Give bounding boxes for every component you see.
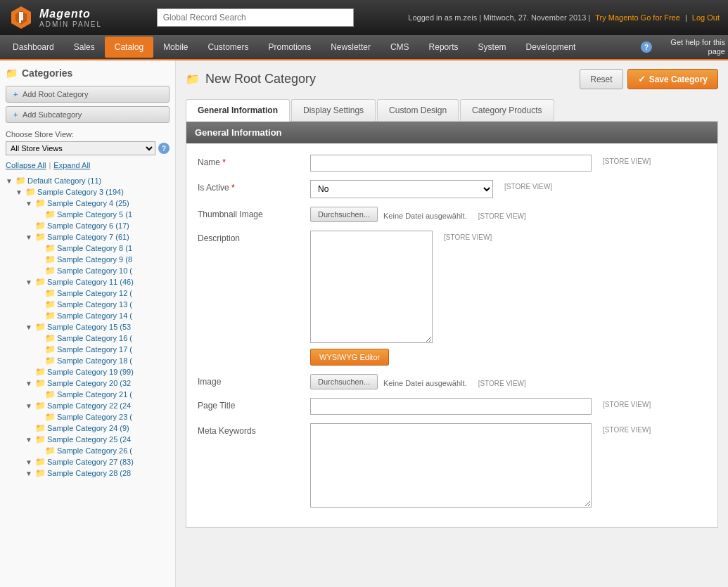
tree-item-label: Sample Category 20 (32 bbox=[47, 379, 131, 387]
image-browse-button[interactable]: Durchsuchen... bbox=[310, 374, 378, 389]
tree-item-cat28[interactable]: ▼ 📁 Sample Category 28 (28 bbox=[25, 467, 170, 479]
tree-item-cat8[interactable]: - 📁 Sample Category 8 (1 bbox=[35, 243, 170, 254]
tree-item-cat21[interactable]: - 📁 Sample Category 21 ( bbox=[35, 389, 170, 400]
logo-brand: Magento bbox=[39, 7, 102, 20]
search-bar[interactable] bbox=[157, 8, 354, 27]
tree-toggle: ▼ bbox=[25, 200, 34, 207]
logo-subtitle: Admin Panel bbox=[39, 20, 102, 28]
tree-item-label: Sample Category 25 (24 bbox=[47, 435, 131, 444]
tree-item-cat5[interactable]: - 📁 Sample Category 5 (1 bbox=[35, 209, 170, 220]
folder-icon: 📁 bbox=[35, 322, 46, 332]
nav-item-cms[interactable]: CMS bbox=[381, 37, 419, 58]
reset-button[interactable]: Reset bbox=[580, 69, 622, 89]
tree-item-cat17[interactable]: - 📁 Sample Category 17 ( bbox=[35, 344, 170, 355]
sidebar-title: 📁 Categories bbox=[6, 67, 170, 79]
tab-category-products[interactable]: Category Products bbox=[460, 99, 554, 121]
folder-icon: 📁 bbox=[35, 198, 46, 208]
description-textarea[interactable] bbox=[310, 231, 433, 343]
thumbnail-browse-button[interactable]: Durchsuchen... bbox=[310, 207, 378, 222]
tree-item-cat7[interactable]: ▼ 📁 Sample Category 7 (61) bbox=[25, 231, 170, 243]
header-user-info: Logged in as m.zeis | Mittwoch, 27. Nove… bbox=[408, 13, 720, 22]
category-tabs: General Information Display Settings Cus… bbox=[186, 99, 718, 122]
expand-all-link[interactable]: Expand All bbox=[53, 161, 90, 169]
page-header: 📁 New Root Category Reset ✓ Save Categor… bbox=[186, 69, 718, 89]
is-active-required: * bbox=[231, 183, 235, 193]
add-subcategory-button[interactable]: + Add Subcategory bbox=[6, 106, 170, 123]
help-nav[interactable]: ? Get help for this page bbox=[641, 38, 725, 56]
name-input[interactable] bbox=[310, 155, 592, 172]
form-row-is-active: Is Active * No Yes [STORE VIEW] bbox=[198, 180, 706, 198]
tree-item-cat9[interactable]: - 📁 Sample Category 9 (8 bbox=[35, 254, 170, 265]
nav-item-newsletter[interactable]: Newsletter bbox=[321, 37, 381, 58]
tree-item-cat6[interactable]: - 📁 Sample Category 6 (17) bbox=[25, 220, 170, 231]
tree-item-cat19[interactable]: - 📁 Sample Category 19 (99) bbox=[25, 366, 170, 378]
tree-item-cat11[interactable]: ▼ 📁 Sample Category 11 (46) bbox=[25, 276, 170, 288]
tree-toggle: ▼ bbox=[25, 470, 34, 477]
nav-item-sales[interactable]: Sales bbox=[64, 37, 105, 58]
app-header: Magento Admin Panel Logged in as m.zeis … bbox=[0, 0, 728, 35]
tab-general-information[interactable]: General Information bbox=[186, 99, 290, 122]
tree-item-cat15[interactable]: ▼ 📁 Sample Category 15 (53 bbox=[25, 321, 170, 333]
tree-item-cat20[interactable]: ▼ 📁 Sample Category 20 (32 bbox=[25, 378, 170, 389]
nav-item-customers[interactable]: Customers bbox=[198, 37, 258, 58]
page-title-area: 📁 New Root Category bbox=[186, 72, 316, 86]
tree-item-label: Default Category (11) bbox=[27, 176, 101, 185]
name-required: * bbox=[222, 157, 226, 167]
tree-item-label: Sample Category 21 ( bbox=[57, 390, 132, 399]
nav-item-development[interactable]: Development bbox=[516, 37, 586, 58]
collapse-all-link[interactable]: Collapse All bbox=[6, 161, 46, 169]
wysiwyg-editor-button[interactable]: WYSIWYG Editor bbox=[310, 349, 389, 366]
tree-item-cat24[interactable]: - 📁 Sample Category 24 (9) bbox=[25, 422, 170, 434]
nav-item-catalog[interactable]: Catalog bbox=[105, 37, 153, 58]
tree-item-default-category[interactable]: ▼ 📁 Default Category (11) bbox=[6, 175, 170, 186]
name-label: Name * bbox=[198, 155, 310, 167]
add-root-category-button[interactable]: + Add Root Category bbox=[6, 86, 170, 103]
tree-children: ▼ 📁 Sample Category 3 (194) ▼ 📁 Sample C… bbox=[6, 186, 170, 479]
tree-item-label: Sample Category 10 ( bbox=[57, 266, 132, 275]
tree-toggle: ▼ bbox=[25, 278, 34, 286]
search-input[interactable] bbox=[157, 8, 354, 27]
store-view-help-icon[interactable]: ? bbox=[158, 143, 170, 154]
tree-item-cat22[interactable]: ▼ 📁 Sample Category 22 (24 bbox=[25, 400, 170, 411]
is-active-select[interactable]: No Yes bbox=[310, 180, 493, 198]
tree-item-cat14[interactable]: - 📁 Sample Category 14 ( bbox=[35, 310, 170, 321]
folder-icon: 📁 bbox=[35, 277, 46, 287]
tree-item-cat25[interactable]: ▼ 📁 Sample Category 25 (24 bbox=[25, 434, 170, 445]
nav-item-promotions[interactable]: Promotions bbox=[259, 37, 321, 58]
save-category-button[interactable]: ✓ Save Category bbox=[627, 69, 718, 89]
tree-item-label: Sample Category 23 ( bbox=[57, 413, 132, 421]
tree-item-cat13[interactable]: - 📁 Sample Category 13 ( bbox=[35, 299, 170, 310]
tree-item-cat4[interactable]: ▼ 📁 Sample Category 4 (25) bbox=[25, 198, 170, 209]
tree-item-cat26[interactable]: - 📁 Sample Category 26 ( bbox=[35, 445, 170, 456]
tree-item-cat27[interactable]: ▼ 📁 Sample Category 27 (83) bbox=[25, 456, 170, 467]
tree-item-cat18[interactable]: - 📁 Sample Category 18 ( bbox=[35, 355, 170, 366]
logout-link[interactable]: Log Out bbox=[692, 13, 720, 22]
tree-item-cat16[interactable]: - 📁 Sample Category 16 ( bbox=[35, 333, 170, 344]
tree-item-cat12[interactable]: - 📁 Sample Category 12 ( bbox=[35, 288, 170, 299]
folder-icon: 📁 bbox=[15, 176, 26, 186]
nav-item-dashboard[interactable]: Dashboard bbox=[3, 37, 64, 58]
folder-icon: 📁 bbox=[45, 333, 56, 343]
page-title-input[interactable] bbox=[310, 398, 592, 415]
meta-keywords-textarea[interactable] bbox=[310, 423, 592, 508]
tree-item-label: Sample Category 4 (25) bbox=[47, 199, 129, 207]
try-magento-link[interactable]: Try Magento Go for Free bbox=[595, 13, 680, 22]
nav-item-system[interactable]: System bbox=[468, 37, 516, 58]
nav-item-reports[interactable]: Reports bbox=[419, 37, 468, 58]
form-row-image: Image Durchsuchen... Keine Datei ausgewä… bbox=[198, 374, 706, 389]
tree-item-cat23[interactable]: - 📁 Sample Category 23 ( bbox=[35, 411, 170, 422]
magento-logo-icon bbox=[8, 5, 34, 30]
tab-custom-design[interactable]: Custom Design bbox=[377, 99, 459, 121]
tree-item-cat3[interactable]: ▼ 📁 Sample Category 3 (194) bbox=[15, 186, 170, 198]
meta-keywords-field-area: [STORE VIEW] bbox=[310, 423, 706, 508]
nav-item-mobile[interactable]: Mobile bbox=[153, 37, 198, 58]
categories-icon: 📁 bbox=[6, 67, 18, 79]
form-row-page-title: Page Title [STORE VIEW] bbox=[198, 398, 706, 415]
description-label: Description bbox=[198, 231, 310, 243]
store-view-select[interactable]: All Store Views bbox=[6, 141, 155, 155]
tab-display-settings[interactable]: Display Settings bbox=[291, 99, 376, 121]
folder-icon: 📁 bbox=[45, 344, 56, 354]
tree-item-label: Sample Category 17 ( bbox=[57, 345, 132, 354]
tree-item-cat10[interactable]: - 📁 Sample Category 10 ( bbox=[35, 265, 170, 276]
tree-item-label: Sample Category 5 (1 bbox=[57, 210, 132, 219]
